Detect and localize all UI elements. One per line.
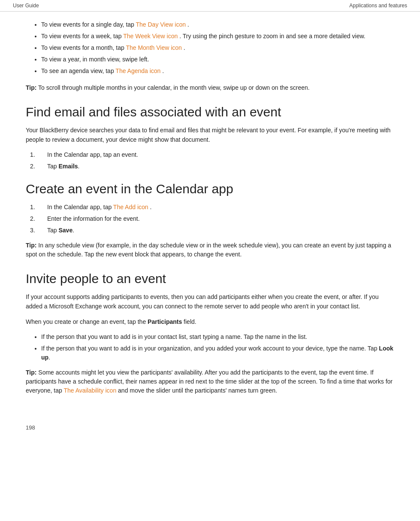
bullet-text-suffix: . <box>160 67 164 74</box>
list-item: To view events for a single day, tap The… <box>41 20 394 29</box>
save-bold: Save <box>58 227 73 234</box>
day-view-icon-link: The Day View icon <box>136 21 186 28</box>
header-left-label: User Guide <box>13 3 39 9</box>
step-number: 2. <box>26 214 47 223</box>
find-email-heading: Find email and files associated with an … <box>26 104 394 120</box>
bullet-text-suffix: . <box>182 44 185 51</box>
step-number: 1. <box>26 203 47 212</box>
tip-paragraph-invite: Tip: Some accounts might let you view th… <box>26 368 394 395</box>
bullet-text-suffix: . Try using the pinch gesture to zoom in… <box>178 33 365 40</box>
tip-text-create: In any schedule view (for example, in th… <box>26 242 391 258</box>
tip-paragraph-create: Tip: In any schedule view (for example, … <box>26 241 394 259</box>
tip-text-invite-suffix: and move the slider until the participan… <box>116 387 277 394</box>
invite-heading: Invite people to an event <box>26 271 394 286</box>
list-item: If the person that you want to add is in… <box>41 332 394 341</box>
step-text: In the Calendar app, tap an event. <box>47 150 138 159</box>
when-para: When you create or change an event, tap … <box>26 317 394 327</box>
step-text: Enter the information for the event. <box>47 214 140 223</box>
page-content: To view events for a single day, tap The… <box>0 12 420 420</box>
page-number: 198 <box>26 424 35 431</box>
section-find-email: Find email and files associated with an … <box>26 104 394 171</box>
tip-paragraph-1: Tip: To scroll through multiple months i… <box>26 83 394 92</box>
bullet-section: To view events for a single day, tap The… <box>26 20 394 76</box>
list-item: 2. Enter the information for the event. <box>26 214 394 223</box>
week-view-icon-link: The Week View icon <box>123 33 178 40</box>
invite-bullet-list: If the person that you want to add is in… <box>26 332 394 362</box>
availability-icon-link: The Availability icon <box>63 387 116 394</box>
section-create-event: Create an event in the Calendar app 1. I… <box>26 181 394 259</box>
bullet-text-suffix: . <box>186 21 189 28</box>
list-item: 1. In the Calendar app, tap The Add icon… <box>26 203 394 212</box>
step-text: Tap Emails. <box>47 162 80 171</box>
list-item: If the person that you want to add is in… <box>41 344 394 362</box>
lookup-bold: Look up <box>41 345 393 361</box>
step-text: In the Calendar app, tap The Add icon . <box>47 203 151 212</box>
find-email-intro: Your BlackBerry device searches your dat… <box>26 126 394 144</box>
month-view-icon-link: The Month View icon <box>126 44 181 51</box>
header-right-label: Applications and features <box>349 3 407 9</box>
step-number: 2. <box>26 162 47 171</box>
list-item: 2. Tap Emails. <box>26 162 394 171</box>
tip-label-1: Tip: <box>26 84 36 91</box>
bullet-text-prefix: To view events for a month, tap <box>41 44 126 51</box>
section-invite: Invite people to an event If your accoun… <box>26 271 394 395</box>
tip-label-create: Tip: <box>26 242 36 249</box>
step-number: 1. <box>26 150 47 159</box>
create-event-heading: Create an event in the Calendar app <box>26 181 394 197</box>
list-item: To view events for a week, tap The Week … <box>41 32 394 41</box>
when-para-suffix: field. <box>182 318 196 325</box>
step-text: Tap Save. <box>47 226 74 235</box>
view-options-list: To view events for a single day, tap The… <box>26 20 394 76</box>
tip-label-invite: Tip: <box>26 369 36 376</box>
list-item: 3. Tap Save. <box>26 226 394 235</box>
bullet-text-prefix: To see an agenda view, tap <box>41 67 115 74</box>
emails-bold: Emails <box>58 163 78 170</box>
invite-bullet-1: If the person that you want to add is in… <box>41 333 307 340</box>
add-icon-link: The Add icon <box>113 204 148 210</box>
list-item: To view events for a month, tap The Mont… <box>41 43 394 52</box>
participants-bold: Participants <box>148 318 182 325</box>
list-item: 1. In the Calendar app, tap an event. <box>26 150 394 159</box>
invite-bullet-2: If the person that you want to add is in… <box>41 345 393 361</box>
list-item: To see an agenda view, tap The Agenda ic… <box>41 67 394 76</box>
page-header: User Guide Applications and features <box>0 0 420 12</box>
bullet-text-prefix: To view events for a week, tap <box>41 33 123 40</box>
list-item: To view a year, in month view, swipe lef… <box>41 55 394 64</box>
when-para-prefix: When you create or change an event, tap … <box>26 318 148 325</box>
page-footer: 198 <box>0 420 420 435</box>
invite-intro: If your account supports adding particip… <box>26 292 394 311</box>
find-email-steps: 1. In the Calendar app, tap an event. 2.… <box>26 150 394 171</box>
step-number: 3. <box>26 226 47 235</box>
create-event-steps: 1. In the Calendar app, tap The Add icon… <box>26 203 394 235</box>
bullet-text-prefix: To view events for a single day, tap <box>41 21 136 28</box>
tip-text-1: To scroll through multiple months in you… <box>36 84 309 91</box>
agenda-icon-link: The Agenda icon <box>115 67 160 74</box>
bullet-text: To view a year, in month view, swipe lef… <box>41 56 149 63</box>
